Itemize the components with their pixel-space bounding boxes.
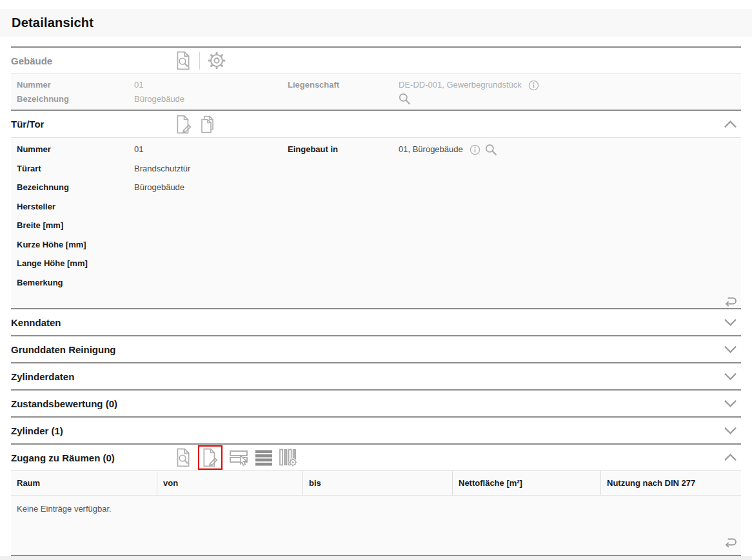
gebaeude-fields: Nummer 01 Liegenschaft DE-DD-001, Gewerb… (11, 74, 741, 110)
gear-icon (208, 52, 226, 70)
field-value (134, 217, 288, 237)
section-title: Zylinder (1) (11, 425, 175, 436)
column-settings-button[interactable] (279, 449, 297, 467)
info-icon[interactable] (470, 144, 480, 155)
chevron-down-icon (724, 400, 737, 407)
section-header-zustandsbewertung[interactable]: Zustandsbewertung (0) (11, 391, 741, 416)
zugang-table-header: Raum von bis Nettofläche [m²] Nutzung na… (11, 471, 741, 495)
field-value (134, 237, 288, 256)
tuer-tor-fields: Nummer 01 Eingebaut in 01, Bürogebäude (11, 138, 741, 308)
column-header-nutzung[interactable]: Nutzung nach DIN 277 (600, 471, 741, 495)
section-header-kenndaten[interactable]: Kenndaten (11, 309, 741, 335)
liegenschaft-search-cell (399, 92, 741, 106)
expand-section-button[interactable] (722, 398, 738, 409)
undo-return-icon (722, 535, 738, 549)
field-label: Kurze Höhe [mm] (17, 237, 134, 256)
section-title: Zylinderdaten (11, 371, 175, 382)
field-label-bezeichnung: Bezeichnung (17, 92, 134, 106)
preview-document-button[interactable] (175, 51, 192, 70)
chevron-up-icon (724, 454, 737, 461)
expand-section-button[interactable] (722, 371, 738, 381)
search-icon[interactable] (399, 93, 411, 105)
chevron-down-icon (724, 318, 737, 326)
search-icon[interactable] (485, 144, 497, 156)
document-search-icon (175, 448, 192, 467)
expand-section-button[interactable] (722, 317, 738, 327)
rows-list-icon (255, 449, 272, 466)
chevron-down-icon (724, 345, 737, 353)
field-label-eingebaut-in: Eingebaut in (288, 141, 399, 160)
field-value-bezeichnung: Bürogebäude (134, 92, 288, 106)
field-label-nummer: Nummer (17, 77, 134, 92)
collapse-section-button[interactable] (722, 119, 738, 130)
preview-document-button[interactable] (175, 448, 192, 467)
field-value (134, 255, 288, 275)
field-value: 01 (134, 141, 288, 160)
edit-entries-button[interactable] (201, 448, 219, 467)
field-label: Bezeichnung (17, 179, 134, 198)
edit-button[interactable] (175, 115, 193, 134)
spacer (0, 37, 752, 46)
column-header-nettoflaeche[interactable]: Nettofläche [m²] (452, 471, 600, 495)
section-title-tuer-tor: Tür/Tor (11, 119, 175, 130)
revert-button[interactable] (722, 294, 738, 308)
settings-button[interactable] (208, 52, 226, 70)
page-title: Detailansicht (0, 15, 94, 30)
field-value (134, 275, 288, 294)
document-copy-icon (199, 115, 216, 134)
field-value-liegenschaft-cell: DE-DD-001, Gewerbegrundstück (399, 77, 741, 92)
revert-button[interactable] (722, 535, 738, 549)
select-rows-button[interactable] (229, 449, 249, 466)
column-header-bis[interactable]: bis (302, 471, 452, 495)
field-value (134, 198, 288, 218)
document-search-icon (175, 51, 192, 70)
copy-button[interactable] (199, 115, 216, 134)
collapse-section-button[interactable] (722, 452, 738, 463)
chevron-down-icon (724, 372, 737, 380)
bottom-strip (0, 556, 752, 560)
field-value-eingebaut-in: 01, Bürogebäude (399, 144, 463, 154)
field-label: Nummer (17, 141, 134, 160)
column-header-von[interactable]: von (157, 471, 302, 495)
section-header-grunddaten-reinigung[interactable]: Grunddaten Reinigung (11, 336, 741, 362)
field-label: Breite [mm] (17, 217, 134, 237)
expand-section-button[interactable] (722, 425, 738, 436)
section-title-gebaeude: Gebäude (11, 55, 175, 66)
field-value: Bürogebäude (134, 179, 288, 198)
rows-list-button[interactable] (255, 449, 272, 466)
field-label: Bemerkung (17, 275, 134, 294)
field-value-liegenschaft: DE-DD-001, Gewerbegrundstück (399, 80, 522, 90)
field-value-nummer: 01 (134, 77, 288, 92)
section-title: Zustandsbewertung (0) (11, 398, 175, 409)
select-row-icon (229, 449, 249, 466)
zugang-table-body: Keine Einträge verfügbar. (11, 496, 741, 555)
columns-settings-icon (279, 449, 297, 467)
section-title: Kenndaten (11, 317, 175, 328)
toolbar-divider (199, 52, 200, 70)
chevron-down-icon (724, 427, 737, 434)
chevron-up-icon (724, 121, 737, 128)
field-label-liegenschaft: Liegenschaft (288, 77, 399, 92)
gebaeude-toolbar (175, 51, 226, 70)
column-header-raum[interactable]: Raum (11, 471, 157, 495)
highlighted-target-box (198, 445, 223, 470)
expand-section-button[interactable] (722, 344, 738, 354)
empty-table-message: Keine Einträge verfügbar. (11, 496, 741, 514)
field-value-eingebaut-in-cell: 01, Bürogebäude (399, 141, 741, 160)
field-label: Lange Höhe [mm] (17, 255, 134, 275)
section-title-zugang: Zugang zu Räumen (0) (11, 452, 175, 463)
document-edit-icon (201, 448, 219, 467)
undo-return-icon (722, 294, 738, 308)
document-edit-icon (175, 115, 193, 134)
field-label: Türart (17, 160, 134, 180)
tuer-tor-toolbar (175, 115, 216, 134)
section-header-zugang: Zugang zu Räumen (0) (11, 445, 741, 470)
top-spacer (0, 0, 752, 9)
info-icon[interactable] (528, 80, 539, 91)
section-header-zylinder[interactable]: Zylinder (1) (11, 418, 741, 443)
section-header-gebaeude: Gebäude (11, 48, 741, 73)
field-value: Brandschutztür (134, 160, 288, 180)
zugang-toolbar (175, 445, 297, 470)
section-title: Grunddaten Reinigung (11, 344, 175, 355)
section-header-zylinderdaten[interactable]: Zylinderdaten (11, 363, 741, 389)
